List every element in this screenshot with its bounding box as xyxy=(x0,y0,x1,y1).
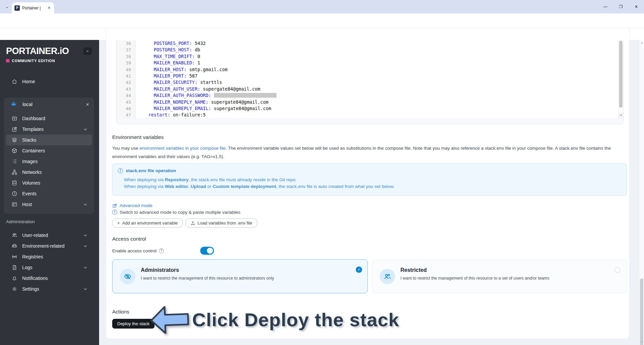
tab-close-icon[interactable]: ✕ xyxy=(47,6,51,10)
sidebar-item-label: Settings xyxy=(22,286,39,292)
sidebar-item-stacks[interactable]: Stacks xyxy=(6,135,92,145)
sidebar-item-host[interactable]: Host xyxy=(6,199,92,210)
tab-search-icon[interactable]: ⌄ xyxy=(3,3,11,11)
edition-row: COMMUNITY EDITION xyxy=(6,59,55,63)
add-environment-variable-button[interactable]: + Add an environment variable xyxy=(112,218,183,228)
templates-icon xyxy=(11,126,17,132)
editor-horizontal-scrollbar[interactable] xyxy=(117,118,623,124)
enable-access-control-label: Enable access control xyxy=(112,248,157,253)
selected-check-icon[interactable]: ✓ xyxy=(356,266,362,273)
sidebar-item-label: Notifications xyxy=(22,276,48,281)
upload-icon xyxy=(190,221,195,226)
scroll-down-icon[interactable]: ▼ xyxy=(639,341,644,344)
tab-strip: ⌄ P Portainer | ✕ — ❐ ✕ xyxy=(0,0,644,13)
editor-line: 38 MAX_TIME_DRIFT: 0 xyxy=(117,53,618,60)
editor-scrollbar-thumb[interactable] xyxy=(619,41,622,108)
sidebar-item-volumes[interactable]: Volumes xyxy=(6,178,92,188)
card-description: I want to restrict the management of thi… xyxy=(141,276,274,281)
chevron-down-icon xyxy=(83,127,88,132)
docker-whale-icon xyxy=(11,101,18,108)
environment-name: local xyxy=(23,102,81,107)
chevron-down-icon xyxy=(83,233,88,238)
editor-line: 44 MAILER_AUTH_PASSWORD: xyxy=(117,92,618,99)
sidebar-item-label: Templates xyxy=(22,127,44,132)
dashboard-icon xyxy=(11,115,17,121)
sidebar-item-notifications[interactable]: Notifications xyxy=(6,273,92,284)
sidebar-item-networks[interactable]: Networks xyxy=(6,167,92,178)
editor-vertical-scrollbar[interactable]: ▾ xyxy=(618,40,623,118)
sidebar-item-label: Dashboard xyxy=(22,116,45,121)
stack-env-info-box: i stack.env file operation When deployin… xyxy=(112,163,627,196)
info-icon: i xyxy=(118,168,123,173)
containers-icon xyxy=(11,148,17,154)
sidebar-item-label: Logs xyxy=(22,265,32,270)
sidebar-collapse-button[interactable]: « xyxy=(83,47,92,55)
editor-scroll-down-icon[interactable]: ▾ xyxy=(618,113,624,118)
compose-web-editor[interactable]: 36 POSTGRES_PORT: 543237 POSTGRES_HOST: … xyxy=(116,40,624,124)
editor-line: 36 POSTGRES_PORT: 5432 xyxy=(117,40,618,47)
line-number: 37 xyxy=(117,47,135,53)
sidebar-item-settings[interactable]: Settings xyxy=(6,284,92,294)
sidebar-item-label: Volumes xyxy=(22,180,40,186)
edition-square-icon xyxy=(6,59,9,62)
browser-window: ⌄ P Portainer | ✕ — ❐ ✕ ← → ↻ Not secure… xyxy=(0,0,644,345)
line-number: 40 xyxy=(117,66,135,73)
eye-off-icon xyxy=(120,269,135,284)
sidebar-item-templates[interactable]: Templates xyxy=(6,124,92,135)
sidebar-environment-local[interactable]: local ✕ xyxy=(4,98,94,111)
notifications-icon xyxy=(11,275,17,281)
chevron-down-icon xyxy=(83,243,88,249)
scroll-up-icon[interactable]: ▲ xyxy=(639,41,644,44)
environment-close-icon[interactable]: ✕ xyxy=(86,102,89,107)
restricted-option-card[interactable]: Restricted I want to restrict the manage… xyxy=(372,259,627,293)
minimize-button[interactable]: — xyxy=(598,0,613,13)
deploy-the-stack-button[interactable]: Deploy the stack xyxy=(112,319,155,329)
load-variables-button[interactable]: Load variables from .env file xyxy=(185,218,257,228)
access-control-toggle[interactable] xyxy=(200,247,214,255)
editor-line: 37 POSTGRES_HOST: db xyxy=(117,47,618,53)
page-scrollbar[interactable]: ▲ ▼ xyxy=(639,40,644,345)
browser-tab[interactable]: P Portainer | ✕ xyxy=(12,2,54,13)
line-number: 46 xyxy=(117,105,135,112)
advanced-mode-link[interactable]: Advanced mode xyxy=(112,203,153,208)
line-number: 45 xyxy=(117,99,135,105)
editor-line: 47 restart: on-failure:5 xyxy=(117,112,618,118)
home-icon xyxy=(11,79,17,85)
administrators-option-card[interactable]: Administrators I want to restrict the ma… xyxy=(112,259,368,293)
environment-panel: local ✕ DashboardTemplatesStacksContaine… xyxy=(4,98,94,214)
editor-line: 45 MAILER_NOREPLY_NAME: supergate84@gmai… xyxy=(117,99,618,105)
plus-icon: + xyxy=(117,220,120,226)
sidebar-item-home[interactable]: Home xyxy=(0,76,99,87)
edit-pencil-icon xyxy=(112,203,117,208)
administration-label: Administration xyxy=(6,219,35,224)
page-scrollbar-thumb[interactable] xyxy=(640,279,643,345)
line-number: 47 xyxy=(117,112,135,118)
sidebar-item-containers[interactable]: Containers xyxy=(6,145,92,156)
registries-icon xyxy=(11,254,17,260)
host-icon xyxy=(11,201,17,207)
sidebar-item-environment-related[interactable]: Environment-related xyxy=(6,241,92,251)
close-button[interactable]: ✕ xyxy=(629,0,644,13)
sidebar-item-label: Stacks xyxy=(22,137,36,143)
toggle-knob xyxy=(207,248,213,254)
chevron-down-icon xyxy=(83,265,88,270)
portainer-favicon: P xyxy=(14,5,20,11)
sidebar-item-images[interactable]: Images xyxy=(6,156,92,167)
compose-env-vars-link[interactable]: environment variables in your compose fi… xyxy=(139,146,225,151)
help-icon[interactable]: ? xyxy=(159,248,164,253)
sidebar-item-logs[interactable]: Logs xyxy=(6,262,92,273)
sidebar-item-label: Home xyxy=(22,79,35,84)
line-number: 39 xyxy=(117,60,135,66)
editor-lines[interactable]: 36 POSTGRES_PORT: 543237 POSTGRES_HOST: … xyxy=(117,40,618,118)
card-description: I want to restrict the management of thi… xyxy=(400,276,549,281)
sidebar: PORTAINER.iO « COMMUNITY EDITION Home lo… xyxy=(0,40,99,345)
sidebar-item-registries[interactable]: Registries xyxy=(6,251,92,262)
radio-unselected-icon[interactable] xyxy=(614,267,620,273)
maximize-button[interactable]: ❐ xyxy=(613,0,629,13)
sidebar-item-dashboard[interactable]: Dashboard xyxy=(6,113,92,124)
address-bar: ← → ↻ Not secure 192.168.0.188:9000/#!/3… xyxy=(0,13,644,28)
volumes-icon xyxy=(11,180,17,186)
sidebar-item-events[interactable]: Events xyxy=(6,188,92,199)
annotation-text: Click Deploy the stack xyxy=(192,309,399,331)
sidebar-item-user-related[interactable]: User-related xyxy=(6,230,92,241)
